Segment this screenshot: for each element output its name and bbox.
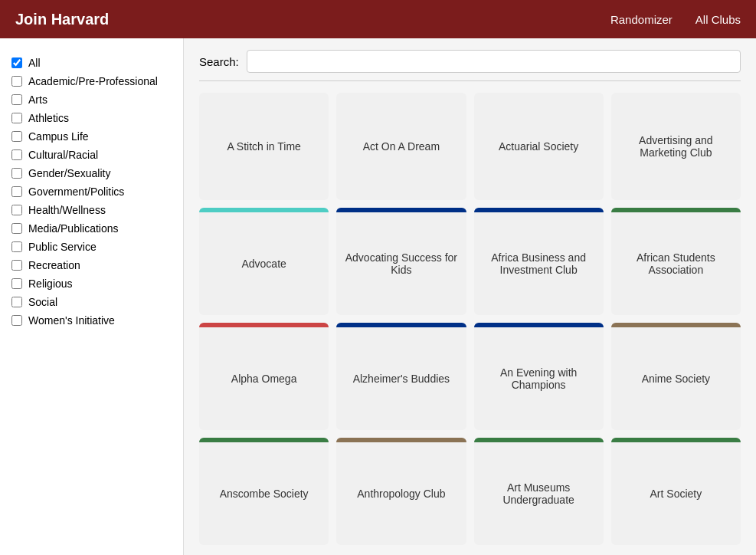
sidebar-item-6[interactable]: Gender/Sexuality	[11, 164, 172, 182]
cards-grid: A Stitch in TimeAct On A DreamActuarial …	[199, 93, 741, 545]
sidebar-item-14[interactable]: Women's Initiative	[11, 311, 172, 330]
club-card-7[interactable]: African Students Association	[611, 208, 741, 315]
club-card-4[interactable]: Advocate	[199, 208, 329, 315]
club-card-13[interactable]: Anthropology Club	[336, 438, 466, 545]
club-card-1[interactable]: Act On A Dream	[336, 93, 466, 200]
sidebar-label-12: Religious	[28, 278, 73, 290]
sidebar-checkbox-3[interactable]	[11, 113, 22, 123]
sidebar-item-10[interactable]: Public Service	[11, 238, 172, 256]
sidebar-label-11: Recreation	[28, 259, 80, 271]
sidebar-item-13[interactable]: Social	[11, 293, 172, 311]
sidebar-label-10: Public Service	[28, 241, 97, 253]
card-name-7: African Students Association	[611, 212, 741, 315]
sidebar-label-4: Campus Life	[28, 130, 89, 143]
sidebar-label-0: All	[28, 57, 41, 69]
sidebar-checkbox-4[interactable]	[11, 131, 22, 142]
card-name-10: An Evening with Champions	[474, 327, 604, 430]
sidebar-label-13: Social	[28, 296, 57, 308]
club-card-6[interactable]: Africa Business and Investment Club	[474, 208, 604, 315]
sidebar-label-6: Gender/Sexuality	[28, 167, 110, 179]
sidebar-checkbox-0[interactable]	[11, 57, 22, 68]
all-clubs-link[interactable]: All Clubs	[695, 13, 741, 26]
main-layout: AllAcademic/Pre-ProfessionalArtsAthletic…	[0, 38, 756, 555]
card-name-8: Alpha Omega	[199, 327, 329, 430]
sidebar-item-8[interactable]: Health/Wellness	[11, 201, 172, 219]
club-card-9[interactable]: Alzheimer's Buddies	[336, 323, 466, 430]
sidebar-label-2: Arts	[28, 94, 47, 106]
sidebar-label-14: Women's Initiative	[28, 314, 115, 327]
sidebar-item-4[interactable]: Campus Life	[11, 127, 172, 146]
card-name-9: Alzheimer's Buddies	[336, 327, 466, 430]
card-name-15: Art Society	[611, 442, 741, 545]
sidebar: AllAcademic/Pre-ProfessionalArtsAthletic…	[0, 38, 184, 555]
sidebar-item-7[interactable]: Government/Politics	[11, 182, 172, 201]
card-name-2: Actuarial Society	[474, 93, 604, 200]
card-name-0: A Stitch in Time	[199, 93, 329, 200]
card-name-3: Advertising and Marketing Club	[611, 93, 741, 200]
sidebar-item-11[interactable]: Recreation	[11, 256, 172, 274]
sidebar-checkbox-9[interactable]	[11, 223, 22, 234]
sidebar-label-9: Media/Publications	[28, 222, 119, 235]
sidebar-label-7: Government/Politics	[28, 186, 124, 198]
app-title: Join Harvard	[15, 11, 610, 28]
sidebar-checkbox-7[interactable]	[11, 186, 22, 197]
sidebar-item-9[interactable]: Media/Publications	[11, 219, 172, 238]
card-name-1: Act On A Dream	[336, 93, 466, 200]
sidebar-checkbox-11[interactable]	[11, 260, 22, 271]
sidebar-checkbox-1[interactable]	[11, 76, 22, 87]
club-card-11[interactable]: Anime Society	[611, 323, 741, 430]
club-card-8[interactable]: Alpha Omega	[199, 323, 329, 430]
card-name-5: Advocating Success for Kids	[336, 212, 466, 315]
card-name-14: Art Museums Undergraduate	[474, 442, 604, 545]
club-card-14[interactable]: Art Museums Undergraduate	[474, 438, 604, 545]
sidebar-checkbox-8[interactable]	[11, 205, 22, 215]
sidebar-checkbox-14[interactable]	[11, 315, 22, 326]
card-name-13: Anthropology Club	[336, 442, 466, 545]
search-row: Search:	[199, 50, 741, 81]
sidebar-checkbox-12[interactable]	[11, 278, 22, 289]
search-input[interactable]	[247, 50, 741, 73]
sidebar-checkbox-2[interactable]	[11, 94, 22, 105]
sidebar-item-3[interactable]: Athletics	[11, 109, 172, 127]
club-card-3[interactable]: Advertising and Marketing Club	[611, 93, 741, 200]
sidebar-checkbox-5[interactable]	[11, 149, 22, 160]
sidebar-checkbox-10[interactable]	[11, 241, 22, 252]
sidebar-label-3: Athletics	[28, 112, 69, 124]
randomizer-link[interactable]: Randomizer	[610, 13, 673, 26]
club-card-15[interactable]: Art Society	[611, 438, 741, 545]
card-name-11: Anime Society	[611, 327, 741, 430]
sidebar-checkbox-6[interactable]	[11, 168, 22, 179]
card-name-4: Advocate	[199, 212, 329, 315]
club-card-10[interactable]: An Evening with Champions	[474, 323, 604, 430]
club-card-0[interactable]: A Stitch in Time	[199, 93, 329, 200]
sidebar-item-12[interactable]: Religious	[11, 274, 172, 293]
header-nav: Randomizer All Clubs	[610, 13, 741, 26]
club-card-12[interactable]: Anscombe Society	[199, 438, 329, 545]
card-name-12: Anscombe Society	[199, 442, 329, 545]
header: Join Harvard Randomizer All Clubs	[0, 0, 756, 38]
sidebar-item-0[interactable]: All	[11, 54, 172, 72]
content-area: Search: A Stitch in TimeAct On A DreamAc…	[184, 38, 756, 555]
club-card-5[interactable]: Advocating Success for Kids	[336, 208, 466, 315]
sidebar-label-8: Health/Wellness	[28, 204, 106, 216]
sidebar-item-1[interactable]: Academic/Pre-Professional	[11, 72, 172, 90]
card-name-6: Africa Business and Investment Club	[474, 212, 604, 315]
sidebar-checkbox-13[interactable]	[11, 297, 22, 307]
sidebar-label-1: Academic/Pre-Professional	[28, 75, 158, 87]
search-label: Search:	[199, 55, 239, 68]
sidebar-item-2[interactable]: Arts	[11, 90, 172, 109]
club-card-2[interactable]: Actuarial Society	[474, 93, 604, 200]
sidebar-label-5: Cultural/Racial	[28, 149, 98, 161]
sidebar-item-5[interactable]: Cultural/Racial	[11, 146, 172, 164]
